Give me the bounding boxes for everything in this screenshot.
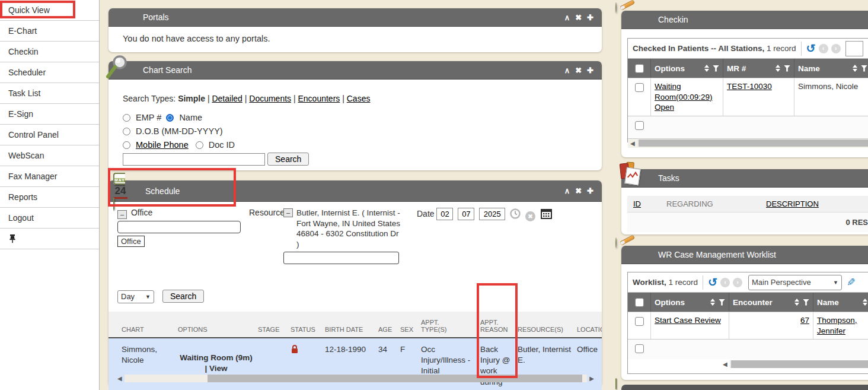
scroll-left-icon[interactable]: ◀ [117, 375, 125, 382]
sort-icon[interactable] [859, 299, 867, 306]
time-icon[interactable] [510, 208, 521, 221]
checkin-scroll-thumb[interactable] [639, 139, 868, 147]
schedule-scroll-thumb[interactable] [208, 375, 582, 382]
perspective-select[interactable]: Main Perspective ▼ [748, 275, 842, 290]
next-page-icon[interactable]: › [733, 278, 742, 287]
row-checkbox[interactable] [635, 344, 644, 353]
mobile-phone-radio-label[interactable]: Mobile Phone [136, 140, 189, 150]
sort-icon[interactable] [772, 65, 780, 72]
worklist-scroll-thumb[interactable] [731, 360, 868, 368]
sidebar-item-webscan[interactable]: WebScan [0, 145, 99, 166]
view-mode-select[interactable]: Day ▼ [117, 290, 154, 303]
office-collapse-box[interactable]: – [117, 210, 127, 219]
resource-input[interactable] [283, 252, 399, 264]
appt-sex: F [400, 344, 421, 390]
sort-icon[interactable] [849, 65, 857, 72]
portals-close-icon[interactable]: ✖ [575, 13, 582, 22]
sort-icon[interactable] [701, 65, 709, 72]
perspective-select-cut[interactable] [845, 41, 863, 56]
schedule-collapse-icon[interactable]: ∧ [564, 186, 570, 195]
resource-collapse-box[interactable]: – [283, 208, 293, 217]
calendar-icon-day: 24 [113, 185, 127, 199]
sort-icon[interactable] [707, 299, 715, 306]
chart-search-button[interactable]: Search [267, 153, 309, 166]
schedule-close-icon[interactable]: ✖ [575, 186, 582, 195]
scroll-left-icon[interactable]: ◀ [723, 361, 730, 367]
encounter-link[interactable]: 67 [800, 316, 809, 325]
chart-search-move-icon[interactable]: ✚ [587, 66, 593, 75]
emp-radio[interactable] [123, 114, 130, 122]
prev-page-icon[interactable]: ‹ [720, 278, 730, 287]
date-picker-icon[interactable] [541, 209, 552, 221]
search-type-encounters[interactable]: Encounters [298, 94, 340, 103]
tasks-col-description[interactable]: DESCRIPTION [766, 199, 819, 208]
search-type-detailed[interactable]: Detailed [212, 94, 242, 103]
row-checkbox[interactable] [635, 121, 644, 130]
edit-perspective-icon[interactable]: ✎ [847, 276, 856, 289]
select-all-checkbox[interactable] [635, 64, 644, 73]
search-type-documents[interactable]: Documents [249, 94, 291, 103]
appt-view-link[interactable]: | View [205, 364, 227, 373]
filter-icon[interactable] [861, 65, 867, 72]
doc-id-radio-label: Doc ID [209, 140, 235, 150]
name-radio[interactable] [166, 114, 174, 122]
schedule-panel-header: MAY 24 Schedule ∧ ✖ ✚ [108, 180, 602, 202]
tasks-panel-title: Tasks [658, 173, 679, 183]
checkin-horizontal-scrollbar: ◀ [628, 138, 868, 148]
portals-collapse-icon[interactable]: ∧ [564, 13, 570, 22]
prev-page-icon[interactable]: ‹ [819, 44, 828, 53]
row-checkbox[interactable] [635, 317, 644, 326]
worklist-patient-link[interactable]: Thompson, Jennifer [817, 316, 857, 335]
filter-icon[interactable] [784, 65, 790, 72]
date-year-input[interactable] [479, 208, 505, 220]
sidebar-item-control-panel[interactable]: Control Panel [0, 125, 99, 145]
refresh-icon[interactable]: ↺ [806, 43, 816, 54]
start-case-review-link[interactable]: Start Case Review [655, 316, 721, 325]
sidebar-item-e-sign[interactable]: E-Sign [0, 104, 99, 125]
sort-icon[interactable] [791, 299, 799, 306]
mr-number-link[interactable]: TEST-10030 [727, 82, 772, 91]
chart-search-close-icon[interactable]: ✖ [575, 66, 582, 75]
sidebar-item-reports[interactable]: Reports [0, 187, 99, 208]
search-type-cases[interactable]: Cases [347, 94, 371, 103]
sidebar-item-logout[interactable]: Logout [0, 208, 99, 229]
checkin-panel-title: Checkin [658, 15, 688, 24]
clear-date-icon[interactable]: ✖ [525, 211, 535, 221]
portals-move-icon[interactable]: ✚ [587, 13, 593, 22]
schedule-search-button[interactable]: Search [162, 290, 204, 303]
doc-id-radio[interactable] [196, 141, 203, 149]
schedule-move-icon[interactable]: ✚ [587, 186, 593, 195]
patient-name: Simmons, Nicole [794, 78, 868, 116]
chart-search-collapse-icon[interactable]: ∧ [564, 66, 570, 75]
scroll-left-icon[interactable]: ◀ [630, 140, 637, 147]
sidebar-item-e-chart[interactable]: E-Chart [0, 21, 99, 42]
office-input[interactable] [117, 221, 241, 233]
date-month-input[interactable] [436, 208, 453, 220]
sidebar-item-task-list[interactable]: Task List [0, 83, 99, 104]
refresh-icon[interactable]: ↺ [708, 277, 717, 288]
sidebar-item-scheduler[interactable]: Scheduler [0, 62, 99, 83]
search-type-simple[interactable]: Simple [178, 94, 205, 103]
appt-status-cell [291, 344, 325, 390]
date-day-input[interactable] [458, 208, 474, 220]
scroll-right-icon[interactable]: ▶ [587, 375, 594, 382]
filter-icon[interactable] [719, 299, 725, 306]
dob-radio[interactable] [123, 128, 130, 135]
next-page-icon[interactable]: › [831, 44, 841, 53]
sidebar-item-fax-manager[interactable]: Fax Manager [0, 166, 99, 187]
waiting-room-link[interactable]: Waiting Room(00:09:29) [655, 82, 713, 102]
sidebar-item-quick-view[interactable]: Quick View [0, 0, 99, 21]
tasks-col-id[interactable]: ID [633, 199, 666, 208]
mobile-phone-radio[interactable] [123, 141, 130, 149]
sidebar-item-checkin[interactable]: Checkin [0, 42, 99, 62]
checkin-col-options: Options [655, 64, 685, 73]
sidebar-pin-toggle[interactable] [0, 229, 99, 249]
appt-waiting-room-status: Waiting Room (9m) [180, 353, 253, 362]
open-link[interactable]: Open [655, 103, 674, 112]
select-all-checkbox[interactable] [635, 298, 644, 307]
worklist-table-header: Options Encounter Name [628, 293, 868, 312]
chart-search-input[interactable] [123, 153, 265, 166]
filter-icon[interactable] [713, 65, 719, 72]
filter-icon[interactable] [803, 299, 809, 306]
row-checkbox[interactable] [635, 83, 644, 92]
